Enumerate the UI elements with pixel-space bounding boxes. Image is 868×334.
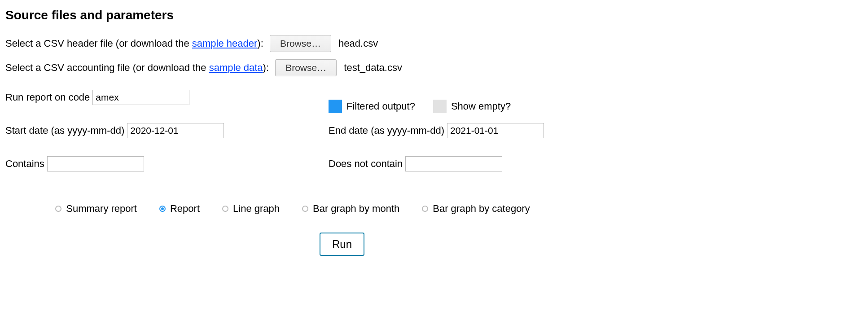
radio-label: Line graph [233,203,280,215]
run-code-input[interactable] [92,90,189,105]
browse-header-button[interactable]: Browse… [270,35,331,52]
sample-header-link[interactable]: sample header [192,38,258,49]
radio-line-graph[interactable]: Line graph [222,203,280,215]
show-empty-label: Show empty? [451,101,511,112]
radio-label: Bar graph by category [433,203,530,215]
radio-icon [55,206,61,212]
not-contains-input[interactable] [405,156,502,171]
browse-data-button[interactable]: Browse… [275,59,337,76]
end-date-label: End date (as yyyy-mm-dd) [329,125,444,136]
contains-input[interactable] [47,156,144,171]
show-empty-checkbox-wrap[interactable]: Show empty? [433,100,511,113]
section-heading: Source files and parameters [5,8,863,22]
header-filename: head.csv [338,38,378,49]
run-code-label: Run report on code [5,92,90,103]
contains-label: Contains [5,158,44,170]
start-date-input[interactable] [127,123,224,138]
not-contains-label: Does not contain [329,158,403,170]
sample-data-link[interactable]: sample data [209,62,263,73]
run-button[interactable]: Run [320,233,364,256]
data-file-row: Select a CSV accounting file (or downloa… [5,59,863,76]
data-file-label-post: ): [263,62,272,73]
radio-report[interactable]: Report [159,203,200,215]
radio-icon [222,206,228,212]
filtered-output-label: Filtered output? [346,101,415,112]
header-file-label-pre: Select a CSV header file (or download th… [5,38,192,49]
report-type-radios: Summary report Report Line graph Bar gra… [5,203,580,215]
radio-bar-category[interactable]: Bar graph by category [422,203,530,215]
radio-summary-report[interactable]: Summary report [55,203,137,215]
radio-label: Report [170,203,200,215]
radio-label: Bar graph by month [313,203,399,215]
radio-icon [159,206,166,212]
filtered-output-checkbox[interactable] [329,100,342,113]
end-date-input[interactable] [447,123,544,138]
radio-label: Summary report [66,203,137,215]
data-filename: test_data.csv [344,62,402,73]
radio-bar-month[interactable]: Bar graph by month [302,203,399,215]
start-date-label: Start date (as yyyy-mm-dd) [5,125,124,136]
radio-icon [422,206,428,212]
header-file-label-post: ): [257,38,266,49]
filtered-output-checkbox-wrap[interactable]: Filtered output? [329,100,415,113]
data-file-label-pre: Select a CSV accounting file (or downloa… [5,62,209,73]
show-empty-checkbox[interactable] [433,100,447,113]
header-file-row: Select a CSV header file (or download th… [5,35,863,52]
radio-icon [302,206,308,212]
